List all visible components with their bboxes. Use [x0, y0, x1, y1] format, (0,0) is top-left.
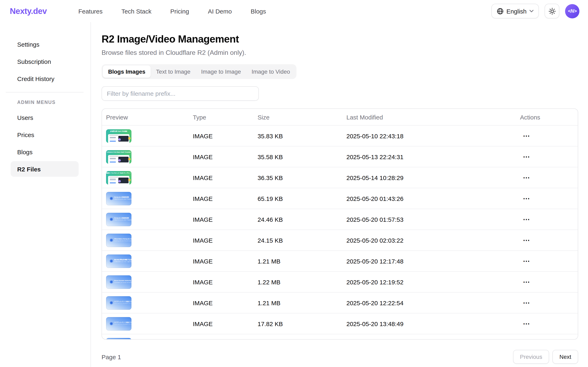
page-subtitle: Browse files stored in Cloudflare R2 (Ad… — [102, 48, 579, 57]
sidebar-item[interactable]: Credit History — [11, 71, 79, 86]
tab[interactable]: Image to Video — [246, 66, 295, 78]
file-modified-cell: 2025-05-20 02:03:22 — [342, 237, 516, 244]
row-actions-menu-button[interactable]: ⋯ — [520, 129, 533, 142]
row-actions-menu-button[interactable]: ⋯ — [520, 275, 533, 288]
row-actions-menu-button[interactable]: ⋯ — [520, 234, 533, 247]
next-page-button[interactable]: Next — [552, 350, 578, 364]
table-row: Boost Domain Authority with Subdirectory… — [102, 271, 578, 292]
tab[interactable]: Image to Image — [196, 66, 246, 78]
thumbnail-subtitle-text: Exploring what sets Nexty.dev apart from… — [114, 240, 131, 241]
row-actions-menu-button[interactable]: ⋯ — [520, 317, 533, 330]
thumbnail-title-text: A Modern Full-Stack SaaS Template — [106, 151, 131, 153]
preview-cell: What Makes Nexty.dev Stand Out Exploring… — [102, 234, 189, 247]
table-row: What Makes Nexty.dev Stand Out Exploring… — [102, 230, 578, 250]
file-preview-thumbnail[interactable]: 最新の フルスタック SaaS テンプレート — [106, 171, 131, 184]
file-modified-cell: 2025-05-20 12:19:52 — [342, 278, 516, 285]
file-preview-thumbnail[interactable]: A Modern Full-Stack SaaS Template — [106, 150, 131, 163]
page-title: R2 Image/Video Management — [102, 33, 579, 45]
file-preview-thumbnail[interactable]: サブディレクトリ統合でドメイン権威性を向上 メイン サイトとブログのサブディレク… — [106, 317, 131, 330]
actions-cell: ⋯ — [516, 317, 578, 330]
file-modified-cell: 2025-05-20 13:48:49 — [342, 320, 516, 327]
file-preview-thumbnail[interactable]: Nexty.dev 的独特优势 详细介绍 Nexty.dev 相对于竞品的独特优… — [106, 213, 131, 226]
file-preview-thumbnail[interactable]: Boost Domain Authority with Subdirectory… — [106, 275, 131, 289]
thumbnail-subtitle-text: Consolidate your primary site and blog s… — [114, 282, 131, 283]
sidebar-item[interactable]: Users — [11, 110, 79, 125]
row-actions-menu-button[interactable]: ⋯ — [520, 296, 533, 309]
table-row: 整合独立网站和博客子目录, 提升网站权威度 将博客部署到主站子目录, 以提升域名… — [102, 250, 578, 271]
preview-cell: Boost Domain Authority with Subdirectory… — [102, 275, 189, 289]
table-row: 最新の フルスタック SaaS テンプレート — [102, 167, 578, 188]
file-modified-cell: 2025-05-20 01:43:26 — [342, 195, 516, 202]
table-header-row: Preview Type Size Last Modified Actions — [102, 109, 578, 125]
file-type-cell: IMAGE — [189, 278, 254, 285]
preview-cell: 多场景全栈 SaaS 开发模板 — [102, 129, 189, 142]
column-header: Actions — [516, 114, 578, 120]
sidebar-item[interactable]: Subscription — [11, 54, 79, 69]
file-preview-thumbnail[interactable]: 整合独立网站和博客子目录, 提升网站权威度 将博客部署到主站子目录, 以提升域名… — [106, 254, 131, 268]
file-preview-thumbnail[interactable]: What Makes Nexty.dev Stand Out Exploring… — [106, 234, 131, 247]
row-actions-menu-button[interactable]: ⋯ — [520, 254, 533, 267]
sidebar-item[interactable]: Blogs — [11, 144, 79, 159]
file-size-cell: 1.22 MB — [254, 278, 342, 285]
table-row: A Modern Full-Stack SaaS Template — [102, 146, 578, 167]
thumbnail-subtitle-text: 详细介绍 Nexty.dev 相对于竞品的独特优势 — [114, 199, 131, 200]
file-type-cell: IMAGE — [189, 216, 254, 223]
user-avatar[interactable]: <N> — [565, 4, 579, 18]
file-preview-thumbnail[interactable]: サブディレクトリ統合でドメイン権威性を向上 メイン サイトとブログのサブディレク… — [106, 296, 131, 309]
tab[interactable]: Blogs Images — [103, 66, 151, 78]
row-actions-menu-button[interactable]: ⋯ — [520, 171, 533, 184]
preview-cell — [102, 338, 189, 340]
table-row: Nexty.dev 的独特优势 详细介绍 Nexty.dev 相对于竞品的独特优… — [102, 209, 578, 230]
preview-cell: 整合独立网站和博客子目录, 提升网站权威度 将博客部署到主站子目录, 以提升域名… — [102, 254, 189, 268]
file-modified-cell: 2025-05-20 12:22:54 — [342, 299, 516, 306]
column-header: Preview — [102, 114, 189, 120]
tab[interactable]: Text to Image — [151, 66, 196, 78]
thumbnail-purple-dot — [118, 138, 121, 141]
file-type-cell: IMAGE — [189, 174, 254, 181]
column-header: Last Modified — [342, 114, 516, 120]
sidebar-item[interactable]: Settings — [11, 36, 79, 52]
previous-page-button[interactable]: Previous — [513, 350, 549, 364]
thumbnail-title-text: 整合独立网站和博客子目录, 提升网站权威度 — [114, 259, 131, 260]
filename-filter-input[interactable] — [102, 86, 259, 101]
sidebar-item[interactable]: R2 Files — [11, 161, 79, 177]
sidebar-item[interactable]: Prices — [11, 127, 79, 142]
top-nav: Features Tech Stack Pricing AI Demo Blog… — [78, 8, 266, 15]
top-nav-link[interactable]: Pricing — [170, 8, 189, 15]
brand-logo[interactable]: Nexty.dev — [10, 6, 47, 16]
file-preview-thumbnail[interactable]: 多场景全栈 SaaS 开发模板 — [106, 129, 131, 142]
row-actions-menu-button[interactable]: ⋯ — [520, 150, 533, 163]
file-type-cell: IMAGE — [189, 237, 254, 244]
actions-cell: ⋯ — [516, 213, 578, 226]
actions-cell: ⋯ — [516, 171, 578, 184]
thumbnail-purple-dot — [118, 180, 121, 183]
row-actions-menu-button[interactable]: ⋯ — [520, 192, 533, 205]
file-size-cell: 35.83 KB — [254, 132, 342, 139]
table-row: ⋯ — [102, 334, 578, 340]
theme-toggle-button[interactable] — [545, 4, 559, 18]
top-nav-link[interactable]: Tech Stack — [121, 8, 152, 15]
thumbnail-yellow-dot — [128, 137, 130, 140]
top-nav-link[interactable]: Blogs — [251, 8, 266, 15]
top-nav-link[interactable]: AI Demo — [208, 8, 232, 15]
file-preview-thumbnail[interactable]: Nexty.dev 的独特优势 详细介绍 Nexty.dev 相对于竞品的独特优… — [106, 192, 131, 205]
thumbnail-subtitle-text: メイン サイトとブログのサブディレクトリを統合 — [114, 303, 131, 304]
column-header: Size — [254, 114, 342, 120]
pagination-bar: Page 1 Previous Next — [102, 350, 578, 364]
app-window: Nexty.dev Features Tech Stack Pricing AI… — [0, 0, 588, 367]
thumbnail-subtitle-text: メイン サイトとブログのサブディレクトリを統合 — [114, 324, 131, 325]
tabs-list: Blogs Images Text to Image Image to Imag… — [102, 64, 297, 79]
row-actions-menu-button[interactable]: ⋯ — [520, 338, 533, 340]
file-preview-thumbnail[interactable] — [106, 338, 131, 340]
row-actions-menu-button[interactable]: ⋯ — [520, 213, 533, 226]
chevron-down-icon — [529, 10, 534, 12]
file-size-cell: 1.21 MB — [254, 258, 342, 265]
topbar: Nexty.dev Features Tech Stack Pricing AI… — [0, 0, 588, 22]
thumbnail-yellow-dot — [128, 179, 130, 181]
language-selector[interactable]: English — [491, 4, 539, 18]
thumbnail-title-text: Nexty.dev 的独特优势 — [114, 217, 128, 218]
file-size-cell: 35.58 KB — [254, 153, 342, 160]
actions-cell: ⋯ — [516, 275, 578, 288]
top-nav-link[interactable]: Features — [78, 8, 102, 15]
file-type-cell: IMAGE — [189, 258, 254, 265]
